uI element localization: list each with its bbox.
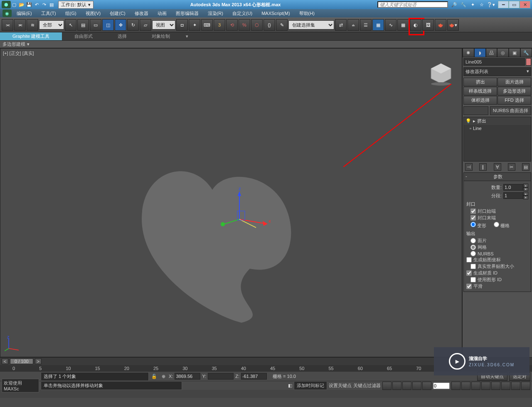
mod-ffdsel-button[interactable]: FFD 选择 <box>498 96 531 105</box>
heart-shape-object[interactable] <box>125 157 308 339</box>
select-link-icon[interactable]: ⫘ <box>2 19 13 31</box>
mod-volsel-button[interactable]: 体积选择 <box>463 96 497 105</box>
render-setup-icon[interactable]: 🖼 <box>422 19 434 31</box>
mod-patchsel-button[interactable]: 面片选择 <box>498 78 531 86</box>
gen-uv-checkbox[interactable] <box>466 257 472 262</box>
fov-icon[interactable] <box>481 382 490 390</box>
rotate-icon[interactable]: ↻ <box>127 19 139 31</box>
configure-sets-icon[interactable]: ▤ <box>522 163 530 171</box>
goto-end-icon[interactable] <box>422 382 431 390</box>
named-sets-edit-icon[interactable]: ✎ <box>276 19 288 31</box>
mod-extra-empty[interactable] <box>463 106 488 115</box>
ref-coord-system[interactable]: 视图 <box>152 20 175 29</box>
stack-item-extrude[interactable]: 💡▸挤出 <box>464 117 531 125</box>
mod-extrude-button[interactable]: 挤出 <box>463 78 497 86</box>
tab-motion-icon[interactable]: ◎ <box>497 48 509 57</box>
tab-utilities-icon[interactable]: 🔧 <box>520 48 532 57</box>
save-icon[interactable]: 💾 <box>26 1 32 8</box>
key-icon[interactable]: 🔧 <box>460 1 467 8</box>
zoom-region-icon[interactable] <box>491 382 500 390</box>
tab-modify-icon[interactable]: ◗ <box>474 48 486 57</box>
modifier-stack[interactable]: 💡▸挤出 ▫Line <box>463 117 531 162</box>
menu-group[interactable]: 组(G) <box>61 10 81 17</box>
keyboard-shortcut-icon[interactable]: ⌨ <box>201 19 213 31</box>
spinner-up-icon[interactable]: ▴ <box>523 192 528 196</box>
pin-stack-icon[interactable]: ⊣ <box>465 163 473 171</box>
undo-icon[interactable]: ↶ <box>33 1 40 8</box>
viewcube[interactable] <box>429 61 453 86</box>
search-go-icon[interactable]: 🔎 <box>451 1 458 8</box>
layers-icon[interactable]: ☰ <box>360 19 372 31</box>
remove-modifier-icon[interactable]: ✂ <box>508 163 515 171</box>
slider-prev-icon[interactable]: < <box>2 358 8 364</box>
amount-spinner[interactable]: ▴▾ <box>503 184 528 191</box>
select-object-icon[interactable]: ↖ <box>65 19 76 31</box>
chevron-down-icon[interactable]: ▾ <box>27 42 30 47</box>
cap-end-checkbox[interactable] <box>470 215 476 221</box>
coord-y-input[interactable] <box>208 373 234 380</box>
gen-matid-checkbox[interactable] <box>466 270 472 276</box>
segments-spinner[interactable]: ▴▾ <box>503 192 528 199</box>
make-unique-icon[interactable]: ∀ <box>494 163 501 171</box>
app-menu-icon[interactable]: ⬢ <box>2 1 11 8</box>
coord-z-input[interactable] <box>241 373 267 380</box>
stack-item-line[interactable]: ▫Line <box>464 125 531 132</box>
favorite-icon[interactable]: ☆ <box>478 1 485 8</box>
viewport-label[interactable]: [+] [正交] [真实] <box>3 50 34 56</box>
unlink-icon[interactable]: ⫘̷ <box>14 19 26 31</box>
cap-start-checkbox[interactable] <box>470 208 476 214</box>
tab-freeform[interactable]: 自由形式 <box>62 32 105 40</box>
select-name-icon[interactable]: ▤ <box>77 19 89 31</box>
transform-gizmo[interactable]: z x <box>214 186 273 244</box>
ribbon-expand-icon[interactable]: ▾ <box>182 33 192 40</box>
play-icon[interactable] <box>402 382 411 390</box>
mod-polysel-button[interactable]: 多边形选择 <box>498 87 531 96</box>
zoom-icon[interactable] <box>461 382 470 390</box>
expand-icon[interactable]: ▸ <box>473 118 475 124</box>
pivot-center-icon[interactable]: ◘ <box>176 19 188 31</box>
open-icon[interactable]: 📂 <box>18 1 25 8</box>
redo-icon[interactable]: ↷ <box>41 1 47 8</box>
tab-display-icon[interactable]: ▣ <box>509 48 520 57</box>
close-button[interactable]: ✕ <box>520 1 530 8</box>
edit-named-sets-icon[interactable]: {} <box>264 19 275 31</box>
bind-spacewarp-icon[interactable]: ≋ <box>27 19 38 31</box>
mod-splinesel-button[interactable]: 样条线选择 <box>463 87 497 96</box>
select-manipulate-icon[interactable]: ✦ <box>189 19 200 31</box>
real-uv-checkbox[interactable] <box>470 264 476 269</box>
window-crossing-icon[interactable]: ◫ <box>102 19 114 31</box>
maxscript-listener-label[interactable]: 欢迎使用 MAXSc <box>2 379 39 392</box>
spinner-up-icon[interactable]: ▴ <box>523 184 528 187</box>
tab-create-icon[interactable]: ✺ <box>463 48 474 57</box>
menu-create[interactable]: 创建(C) <box>106 10 129 17</box>
named-selection-sets[interactable]: 创建选择集 <box>288 20 334 29</box>
object-name-input[interactable] <box>463 58 525 66</box>
infocenter-search[interactable] <box>377 1 448 8</box>
spinner-down-icon[interactable]: ▾ <box>523 196 528 199</box>
app-logo-icon[interactable]: ◉ <box>2 10 12 17</box>
tab-graphite[interactable]: Graphite 建模工具 <box>0 32 62 40</box>
zoom-extents-icon[interactable] <box>471 382 480 390</box>
out-nurbs-radio[interactable] <box>470 251 476 256</box>
angle-snap-icon[interactable]: ⟲ <box>226 19 238 31</box>
out-mesh-radio[interactable] <box>470 245 476 250</box>
morph-radio[interactable] <box>470 222 476 227</box>
goto-start-icon[interactable] <box>382 382 392 390</box>
set-key-button[interactable]: 设置关键点 <box>329 382 352 389</box>
menu-tools[interactable]: 工具(T) <box>37 10 60 17</box>
render-frame-icon[interactable]: 🫖 <box>435 19 446 31</box>
prev-frame-icon[interactable] <box>392 382 401 390</box>
menu-modifiers[interactable]: 修改器 <box>131 10 153 17</box>
menu-views[interactable]: 视图(V) <box>81 10 105 17</box>
spinner-down-icon[interactable]: ▾ <box>523 187 528 191</box>
menu-edit[interactable]: 编辑(E) <box>12 10 36 17</box>
select-region-rect-icon[interactable]: ▭ <box>90 19 101 31</box>
workspace-selector[interactable]: 工作台: 默认 ▾ <box>58 1 94 9</box>
modifier-list-dropdown[interactable]: 修改器列表▾ <box>463 67 531 76</box>
percent-snap-icon[interactable]: % <box>239 19 250 31</box>
menu-grapheditors[interactable]: 图形编辑器 <box>172 10 203 17</box>
add-time-tag[interactable]: 添加时间标记 <box>294 381 327 390</box>
material-editor-icon[interactable]: ◐ <box>410 19 421 31</box>
align-icon[interactable]: ⫨ <box>347 19 359 31</box>
selection-filter[interactable]: 全部 <box>39 20 64 29</box>
